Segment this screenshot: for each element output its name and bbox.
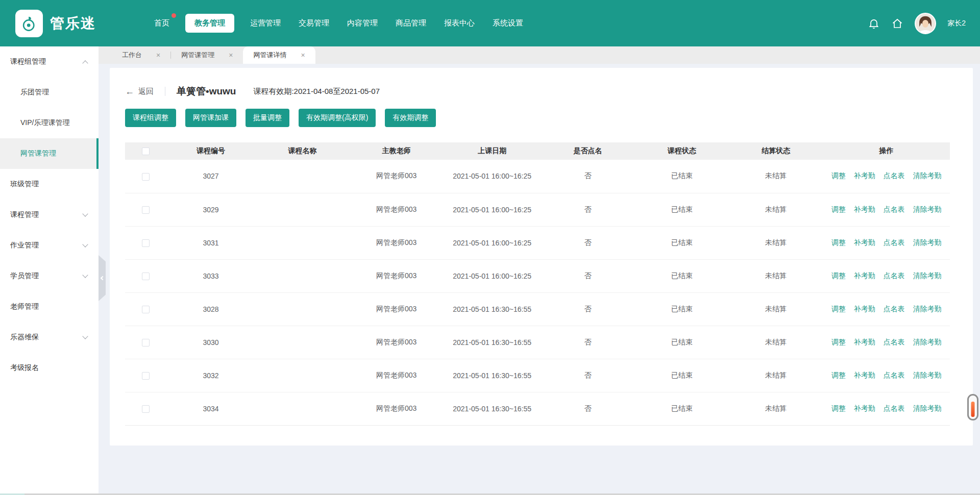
row-checkbox[interactable] bbox=[142, 372, 150, 380]
rollcall-sheet-link[interactable]: 点名表 bbox=[884, 371, 905, 379]
row-checkbox[interactable] bbox=[142, 306, 150, 313]
row-checkbox[interactable] bbox=[142, 173, 150, 181]
makeup-attendance-link[interactable]: 补考勤 bbox=[854, 271, 875, 280]
course-validity: 课程有效期:2021-04-08至2021-05-07 bbox=[253, 87, 380, 96]
tab-label: 网管课管理 bbox=[181, 51, 214, 60]
sidebar-item-course-mgmt[interactable]: 课程管理 bbox=[0, 200, 99, 230]
nav-item-goods-mgmt[interactable]: 商品管理 bbox=[394, 14, 428, 33]
makeup-attendance-link[interactable]: 补考勤 bbox=[854, 404, 875, 412]
makeup-attendance-link[interactable]: 补考勤 bbox=[854, 305, 875, 313]
makeup-attendance-link[interactable]: 补考勤 bbox=[854, 338, 875, 346]
sidebar-item-instrument-maintenance[interactable]: 乐器维保 bbox=[0, 322, 99, 353]
tab-online-course-mgmt[interactable]: 网管课管理 × bbox=[171, 46, 243, 64]
cell-course-id: 3029 bbox=[166, 193, 256, 226]
batch-adjust-button[interactable]: 批量调整 bbox=[246, 109, 289, 127]
makeup-attendance-link[interactable]: 补考勤 bbox=[854, 171, 875, 180]
sidebar-item-vip-theory-mgmt[interactable]: VIP/乐理课管理 bbox=[0, 108, 99, 138]
sidebar-collapse-handle[interactable] bbox=[99, 255, 106, 301]
cell-status: 已结束 bbox=[635, 359, 729, 392]
makeup-attendance-link[interactable]: 补考勤 bbox=[854, 238, 875, 246]
sidebar-item-class-mgmt[interactable]: 班级管理 bbox=[0, 169, 99, 200]
cell-settlement: 未结算 bbox=[729, 226, 823, 259]
chevron-down-icon bbox=[82, 272, 88, 278]
close-icon[interactable]: × bbox=[301, 51, 305, 59]
clear-attendance-link[interactable]: 清除考勤 bbox=[913, 271, 941, 280]
makeup-attendance-link[interactable]: 补考勤 bbox=[854, 371, 875, 379]
user-avatar[interactable] bbox=[915, 13, 936, 34]
user-name[interactable]: 家长2 bbox=[947, 19, 966, 28]
rollcall-sheet-link[interactable]: 点名表 bbox=[884, 404, 905, 412]
row-checkbox[interactable] bbox=[142, 405, 150, 413]
cell-teacher: 网管老师003 bbox=[350, 226, 444, 259]
adjust-link[interactable]: 调整 bbox=[831, 238, 846, 246]
nav-item-home[interactable]: 首页 bbox=[152, 14, 172, 33]
row-checkbox[interactable] bbox=[142, 273, 150, 280]
cell-rollcall: 否 bbox=[541, 160, 634, 193]
rollcall-sheet-link[interactable]: 点名表 bbox=[884, 338, 905, 346]
sidebar-item-orchestra-mgmt[interactable]: 乐团管理 bbox=[0, 77, 99, 108]
rollcall-sheet-link[interactable]: 点名表 bbox=[884, 205, 905, 213]
course-group-adjust-button[interactable]: 课程组调整 bbox=[125, 109, 176, 127]
makeup-attendance-link[interactable]: 补考勤 bbox=[854, 205, 875, 213]
nav-item-academic-mgmt[interactable]: 教务管理 bbox=[185, 14, 234, 33]
bell-icon[interactable] bbox=[868, 17, 880, 30]
adjust-link[interactable]: 调整 bbox=[831, 171, 846, 180]
cell-course-id: 3031 bbox=[166, 226, 256, 259]
validity-adjust-privileged-button[interactable]: 有效期调整(高权限) bbox=[299, 109, 376, 127]
add-online-course-button[interactable]: 网管课加课 bbox=[185, 109, 236, 127]
nav-item-system-settings[interactable]: 系统设置 bbox=[491, 14, 525, 33]
nav-item-trade-label: 交易管理 bbox=[299, 18, 329, 27]
cell-operations: 调整 补考勤 点名表 清除考勤 bbox=[823, 193, 950, 226]
sidebar-item-exam-registration[interactable]: 考级报名 bbox=[0, 353, 99, 383]
vertical-scrollbar[interactable] bbox=[967, 394, 978, 420]
clear-attendance-link[interactable]: 清除考勤 bbox=[913, 171, 941, 180]
nav-item-trade-mgmt[interactable]: 交易管理 bbox=[297, 14, 331, 33]
clear-attendance-link[interactable]: 清除考勤 bbox=[913, 305, 941, 313]
rollcall-sheet-link[interactable]: 点名表 bbox=[884, 271, 905, 280]
sidebar-item-student-mgmt[interactable]: 学员管理 bbox=[0, 261, 99, 291]
row-checkbox[interactable] bbox=[142, 339, 150, 346]
sidebar-item-online-course-mgmt[interactable]: 网管课管理 bbox=[0, 138, 99, 169]
sidebar-item-homework-mgmt[interactable]: 作业管理 bbox=[0, 230, 99, 261]
clear-attendance-link[interactable]: 清除考勤 bbox=[913, 238, 941, 246]
select-all-checkbox[interactable] bbox=[142, 147, 150, 155]
adjust-link[interactable]: 调整 bbox=[831, 404, 846, 412]
adjust-link[interactable]: 调整 bbox=[831, 271, 846, 280]
cell-operations: 调整 补考勤 点名表 清除考勤 bbox=[823, 226, 950, 259]
clear-attendance-link[interactable]: 清除考勤 bbox=[913, 205, 941, 213]
tab-workbench[interactable]: 工作台 × bbox=[112, 46, 170, 64]
nav-item-operations-mgmt[interactable]: 运营管理 bbox=[248, 14, 283, 33]
nav-item-content-mgmt[interactable]: 内容管理 bbox=[345, 14, 380, 33]
col-date: 上课日期 bbox=[444, 142, 541, 160]
clear-attendance-link[interactable]: 清除考勤 bbox=[913, 338, 941, 346]
clear-attendance-link[interactable]: 清除考勤 bbox=[913, 371, 941, 379]
validity-adjust-button[interactable]: 有效期调整 bbox=[385, 109, 436, 127]
adjust-link[interactable]: 调整 bbox=[831, 205, 846, 213]
adjust-link[interactable]: 调整 bbox=[831, 371, 846, 379]
sidebar-item-label: 课程管理 bbox=[10, 210, 39, 219]
col-teacher: 主教老师 bbox=[350, 142, 444, 160]
tab-online-course-detail[interactable]: 网管课详情 × bbox=[243, 46, 315, 64]
cell-settlement: 未结算 bbox=[729, 193, 823, 226]
adjust-link[interactable]: 调整 bbox=[831, 305, 846, 313]
adjust-link[interactable]: 调整 bbox=[831, 338, 846, 346]
cell-settlement: 未结算 bbox=[729, 292, 823, 326]
rollcall-sheet-link[interactable]: 点名表 bbox=[884, 171, 905, 180]
sidebar-item-teacher-mgmt[interactable]: 老师管理 bbox=[0, 291, 99, 322]
rollcall-sheet-link[interactable]: 点名表 bbox=[884, 305, 905, 313]
col-rollcall: 是否点名 bbox=[541, 142, 634, 160]
close-icon[interactable]: × bbox=[156, 51, 160, 59]
cell-rollcall: 否 bbox=[541, 259, 634, 292]
close-icon[interactable]: × bbox=[229, 51, 233, 59]
back-button[interactable]: ← 返回 bbox=[125, 86, 154, 97]
row-checkbox[interactable] bbox=[142, 239, 150, 247]
sidebar-item-course-group-mgmt[interactable]: 课程组管理 bbox=[0, 46, 99, 77]
home-icon[interactable] bbox=[891, 17, 903, 30]
rollcall-sheet-link[interactable]: 点名表 bbox=[884, 238, 905, 246]
vertical-scrollbar-thumb[interactable] bbox=[971, 402, 975, 417]
nav-item-goods-label: 商品管理 bbox=[396, 18, 426, 27]
row-checkbox[interactable] bbox=[142, 206, 150, 214]
cell-course-name bbox=[255, 160, 349, 193]
nav-item-report-center[interactable]: 报表中心 bbox=[442, 14, 477, 33]
clear-attendance-link[interactable]: 清除考勤 bbox=[913, 404, 941, 412]
